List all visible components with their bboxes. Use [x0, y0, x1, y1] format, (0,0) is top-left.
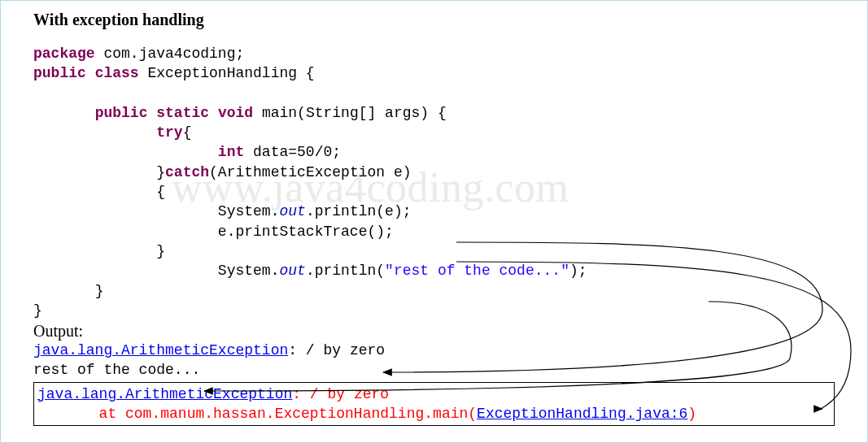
trace-line1-link: java.lang.ArithmeticException — [37, 386, 292, 402]
figure-title: With exception handling — [33, 11, 854, 29]
trace-line2-prefix: at com.manum.hassan.ExceptionHandling.ma… — [37, 406, 477, 422]
string-rest: "rest of the code..." — [385, 263, 569, 279]
output-line1-tail: : / by zero — [288, 342, 385, 358]
println-rest-close: ); — [569, 263, 587, 279]
sys2: System. — [218, 263, 280, 279]
out1: out — [279, 203, 305, 219]
int-assign: data=50/0; — [244, 144, 341, 160]
keyword-class: class — [95, 65, 139, 81]
method-close: } — [95, 283, 104, 299]
class-name: ExceptionHandling { — [139, 65, 315, 81]
trace-line2-suffix: ) — [687, 406, 696, 422]
println-rest-open: .println( — [306, 263, 385, 279]
main-signature: main(String[] args) { — [253, 105, 447, 121]
keyword-void: void — [218, 105, 253, 121]
trace-line1-tail: : / by zero — [292, 386, 389, 402]
output-label: Output: — [33, 322, 854, 341]
print-stack-trace: e.printStackTrace(); — [218, 224, 394, 240]
println-e: .println(e); — [306, 203, 412, 219]
keyword-public: public — [33, 65, 86, 81]
output-block: java.lang.ArithmeticException: / by zero… — [33, 341, 854, 380]
keyword-static: static — [156, 105, 209, 121]
try-open: { — [183, 124, 192, 141]
keyword-package: package — [33, 46, 95, 62]
code-figure: www.java4coding.com With exception handl… — [0, 0, 868, 443]
output-line2: rest of the code... — [33, 362, 200, 378]
stack-trace-box: java.lang.ArithmeticException: / by zero… — [33, 382, 835, 427]
class-close: } — [33, 302, 42, 319]
sys1: System. — [218, 203, 280, 219]
catch-signature: (ArithmeticException e) — [209, 164, 411, 180]
code-block: package com.java4coding; public class Ex… — [33, 44, 854, 320]
catch-close: } — [156, 243, 165, 259]
keyword-try: try — [156, 124, 182, 141]
try-close: } — [156, 164, 165, 180]
trace-line2-link: ExceptionHandling.java:6 — [477, 406, 687, 422]
catch-open: { — [156, 184, 165, 200]
keyword-catch: catch — [165, 164, 209, 180]
keyword-int: int — [218, 144, 244, 160]
out2: out — [279, 263, 305, 279]
keyword-public2: public — [95, 105, 148, 121]
output-line1-link: java.lang.ArithmeticException — [33, 342, 288, 358]
package-name: com.java4coding; — [95, 46, 245, 62]
stack-trace: java.lang.ArithmeticException: / by zero… — [37, 384, 831, 424]
